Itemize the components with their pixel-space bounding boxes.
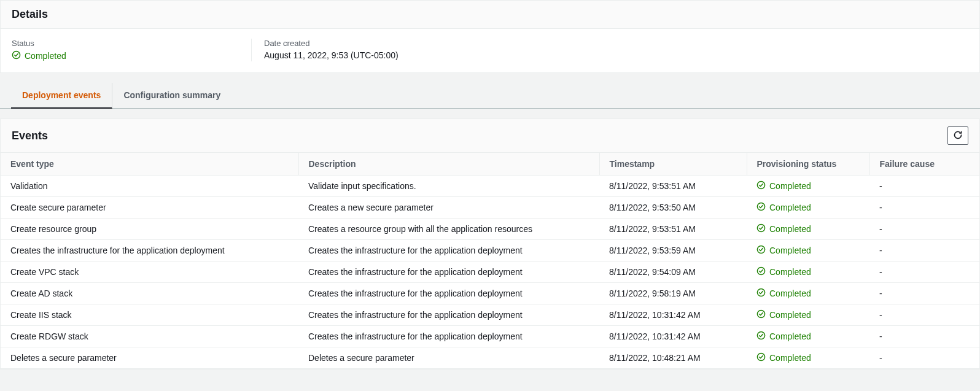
table-row: Create IIS stackCreates the infrastructu… [1, 304, 979, 326]
cell-provisioning-status: Completed [747, 304, 869, 326]
col-event-type[interactable]: Event type [1, 153, 298, 176]
tab-configuration-summary[interactable]: Configuration summary [112, 83, 231, 109]
status-text: Completed [769, 331, 811, 341]
cell-timestamp: 8/11/2022, 10:48:21 AM [599, 347, 747, 369]
col-failure-cause[interactable]: Failure cause [869, 153, 979, 176]
cell-timestamp: 8/11/2022, 10:31:42 AM [599, 304, 747, 326]
success-icon [12, 50, 21, 61]
status-text: Completed [769, 181, 811, 191]
status-label: Status [12, 39, 236, 48]
cell-description: Creates the infrastructure for the appli… [298, 326, 599, 347]
success-icon [756, 245, 766, 256]
cell-description: Deletes a secure parameter [298, 347, 599, 369]
table-header-row: Event type Description Timestamp Provisi… [1, 153, 979, 176]
events-panel: Events Event type Description Timestamp … [0, 118, 980, 370]
cell-failure-cause: - [869, 347, 979, 369]
date-column: Date created August 11, 2022, 9:53 (UTC-… [251, 39, 491, 61]
cell-timestamp: 8/11/2022, 9:53:51 AM [599, 219, 747, 240]
cell-description: Creates a new secure parameter [298, 197, 599, 219]
details-body: Status Completed Date created August 11,… [1, 29, 979, 72]
cell-provisioning-status: Completed [747, 240, 869, 261]
cell-event-type: Validation [1, 176, 298, 197]
status-value: Completed [12, 50, 66, 61]
events-header: Events [1, 119, 979, 153]
status-text: Completed [769, 288, 811, 298]
success-icon [756, 352, 766, 363]
cell-provisioning-status: Completed [747, 326, 869, 347]
cell-event-type: Create secure parameter [1, 197, 298, 219]
table-row: Deletes a secure parameterDeletes a secu… [1, 347, 979, 369]
cell-failure-cause: - [869, 326, 979, 347]
cell-event-type: Create resource group [1, 219, 298, 240]
status-text: Completed [25, 51, 66, 61]
cell-failure-cause: - [869, 283, 979, 304]
cell-provisioning-status: Completed [747, 347, 869, 369]
cell-failure-cause: - [869, 240, 979, 261]
status-text: Completed [769, 224, 811, 234]
cell-timestamp: 8/11/2022, 9:53:50 AM [599, 197, 747, 219]
cell-timestamp: 8/11/2022, 9:54:09 AM [599, 261, 747, 283]
table-row: Create resource groupCreates a resource … [1, 219, 979, 240]
events-table: Event type Description Timestamp Provisi… [1, 153, 979, 369]
success-icon [756, 202, 766, 213]
cell-provisioning-status: Completed [747, 219, 869, 240]
cell-failure-cause: - [869, 261, 979, 283]
table-row: Create VPC stackCreates the infrastructu… [1, 261, 979, 283]
success-icon [756, 331, 766, 342]
cell-failure-cause: - [869, 219, 979, 240]
table-row: ValidationValidate input specifications.… [1, 176, 979, 197]
status-column: Status Completed [12, 39, 251, 61]
cell-timestamp: 8/11/2022, 9:53:51 AM [599, 176, 747, 197]
cell-provisioning-status: Completed [747, 197, 869, 219]
cell-failure-cause: - [869, 176, 979, 197]
cell-event-type: Create VPC stack [1, 261, 298, 283]
cell-provisioning-status: Completed [747, 283, 869, 304]
status-text: Completed [769, 353, 811, 363]
col-provisioning-status[interactable]: Provisioning status [747, 153, 869, 176]
cell-description: Creates a resource group with all the ap… [298, 219, 599, 240]
cell-description: Creates the infrastructure for the appli… [298, 261, 599, 283]
cell-failure-cause: - [869, 197, 979, 219]
cell-provisioning-status: Completed [747, 261, 869, 283]
table-row: Create secure parameterCreates a new sec… [1, 197, 979, 219]
cell-timestamp: 8/11/2022, 10:31:42 AM [599, 326, 747, 347]
status-text: Completed [769, 310, 811, 320]
col-description[interactable]: Description [298, 153, 599, 176]
col-timestamp[interactable]: Timestamp [599, 153, 747, 176]
cell-failure-cause: - [869, 304, 979, 326]
table-row: Create RDGW stackCreates the infrastruct… [1, 326, 979, 347]
tab-bar: Deployment events Configuration summary [0, 83, 980, 109]
status-text: Completed [769, 267, 811, 277]
cell-timestamp: 8/11/2022, 9:58:19 AM [599, 283, 747, 304]
cell-event-type: Create IIS stack [1, 304, 298, 326]
cell-description: Creates the infrastructure for the appli… [298, 240, 599, 261]
success-icon [756, 288, 766, 299]
refresh-button[interactable] [947, 126, 968, 145]
success-icon [756, 223, 766, 234]
cell-timestamp: 8/11/2022, 9:53:59 AM [599, 240, 747, 261]
cell-description: Creates the infrastructure for the appli… [298, 283, 599, 304]
details-title: Details [1, 1, 979, 29]
tab-deployment-events[interactable]: Deployment events [11, 83, 112, 109]
table-row: Creates the infrastructure for the appli… [1, 240, 979, 261]
cell-event-type: Create AD stack [1, 283, 298, 304]
cell-description: Validate input specifications. [298, 176, 599, 197]
date-created-value: August 11, 2022, 9:53 (UTC-05:00) [264, 50, 476, 60]
status-text: Completed [769, 203, 811, 212]
cell-event-type: Create RDGW stack [1, 326, 298, 347]
cell-provisioning-status: Completed [747, 176, 869, 197]
success-icon [756, 309, 766, 320]
cell-event-type: Creates the infrastructure for the appli… [1, 240, 298, 261]
cell-event-type: Deletes a secure parameter [1, 347, 298, 369]
refresh-icon [953, 130, 963, 142]
status-text: Completed [769, 246, 811, 255]
details-panel: Details Status Completed Date created Au… [0, 0, 980, 73]
success-icon [756, 266, 766, 277]
date-created-label: Date created [264, 39, 476, 48]
table-row: Create AD stackCreates the infrastructur… [1, 283, 979, 304]
events-title: Events [12, 130, 48, 142]
success-icon [756, 180, 766, 192]
cell-description: Creates the infrastructure for the appli… [298, 304, 599, 326]
